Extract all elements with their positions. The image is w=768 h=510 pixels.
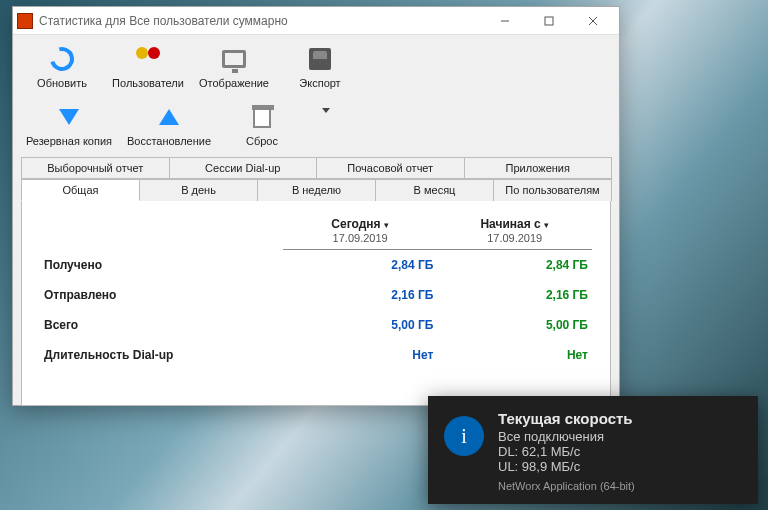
col-today-header[interactable]: Сегодня ▾ 17.09.2019 <box>283 213 438 250</box>
tabstrip: Выборочный отчет Сессии Dial-up Почасово… <box>13 151 619 406</box>
stats-table: Сегодня ▾ 17.09.2019 Начиная с ▾ 17.09.2… <box>40 213 592 370</box>
arrow-down-icon <box>59 109 79 125</box>
svg-rect-1 <box>545 17 553 25</box>
notification-toast[interactable]: i Текущая скорость Все подключения DL: 6… <box>428 396 758 504</box>
notification-ul: UL: 98,9 МБ/с <box>498 459 635 474</box>
backup-label: Резервная копия <box>26 135 112 147</box>
display-label: Отображение <box>199 77 269 89</box>
users-label: Пользователи <box>112 77 184 89</box>
export-button[interactable]: Экспорт <box>277 39 363 93</box>
row-received-since: 2,84 ГБ <box>437 250 592 281</box>
arrow-up-icon <box>159 109 179 125</box>
window-title: Статистика для Все пользователи суммарно <box>39 14 483 28</box>
tab-general[interactable]: Общая <box>21 179 140 201</box>
restore-label: Восстановление <box>127 135 211 147</box>
row-sent-label: Отправлено <box>40 280 283 310</box>
display-icon <box>222 50 246 68</box>
tab-hourly-report[interactable]: Почасовой отчет <box>316 157 465 179</box>
toolbar-dropdown[interactable] <box>305 97 347 151</box>
tab-per-day[interactable]: В день <box>139 179 258 201</box>
document-icon <box>253 106 271 128</box>
tab-per-week[interactable]: В неделю <box>257 179 376 201</box>
row-received-label: Получено <box>40 250 283 281</box>
row-total: Всего 5,00 ГБ 5,00 ГБ <box>40 310 592 340</box>
users-button[interactable]: Пользователи <box>105 39 191 93</box>
maximize-button[interactable] <box>527 7 571 35</box>
row-dialup-since: Нет <box>437 340 592 370</box>
toolbar-row-1: Обновить Пользователи Отображение Экспор… <box>13 35 619 93</box>
export-label: Экспорт <box>299 77 340 89</box>
save-icon <box>309 48 331 70</box>
notification-sub: Все подключения <box>498 429 635 444</box>
restore-button[interactable]: Восстановление <box>119 97 219 151</box>
info-icon: i <box>444 416 484 456</box>
minimize-button[interactable] <box>483 7 527 35</box>
col-since-header[interactable]: Начиная с ▾ 17.09.2019 <box>437 213 592 250</box>
tab-per-user[interactable]: По пользователям <box>493 179 612 201</box>
app-icon <box>17 13 33 29</box>
row-sent: Отправлено 2,16 ГБ 2,16 ГБ <box>40 280 592 310</box>
notification-dl: DL: 62,1 МБ/с <box>498 444 635 459</box>
tab-dialup-sessions[interactable]: Сессии Dial-up <box>169 157 318 179</box>
row-received-today: 2,84 ГБ <box>283 250 438 281</box>
col-since-date: 17.09.2019 <box>487 232 542 244</box>
chevron-down-icon <box>322 108 330 113</box>
toolbar-row-2: Резервная копия Восстановление Сброс <box>13 93 619 151</box>
notification-body: Текущая скорость Все подключения DL: 62,… <box>498 410 635 492</box>
row-sent-today: 2,16 ГБ <box>283 280 438 310</box>
refresh-button[interactable]: Обновить <box>19 39 105 93</box>
refresh-label: Обновить <box>37 77 87 89</box>
stats-window: Статистика для Все пользователи суммарно… <box>12 6 620 406</box>
reset-label: Сброс <box>246 135 278 147</box>
row-sent-since: 2,16 ГБ <box>437 280 592 310</box>
display-button[interactable]: Отображение <box>191 39 277 93</box>
row-dialup-today: Нет <box>283 340 438 370</box>
tab-applications[interactable]: Приложения <box>464 157 613 179</box>
tabrow-lower: Общая В день В неделю В месяц По пользов… <box>21 179 611 201</box>
col-today-title: Сегодня <box>331 217 380 231</box>
stats-panel: Сегодня ▾ 17.09.2019 Начиная с ▾ 17.09.2… <box>21 200 611 406</box>
row-total-since: 5,00 ГБ <box>437 310 592 340</box>
close-button[interactable] <box>571 7 615 35</box>
users-icon <box>134 47 162 71</box>
refresh-icon <box>46 43 79 76</box>
notification-title: Текущая скорость <box>498 410 635 427</box>
notification-app: NetWorx Application (64-bit) <box>498 480 635 492</box>
col-today-date: 17.09.2019 <box>333 232 388 244</box>
row-total-today: 5,00 ГБ <box>283 310 438 340</box>
row-dialup: Длительность Dial-up Нет Нет <box>40 340 592 370</box>
col-since-title: Начиная с <box>480 217 540 231</box>
tab-custom-report[interactable]: Выборочный отчет <box>21 157 170 179</box>
row-total-label: Всего <box>40 310 283 340</box>
tab-per-month[interactable]: В месяц <box>375 179 494 201</box>
titlebar[interactable]: Статистика для Все пользователи суммарно <box>13 7 619 35</box>
backup-button[interactable]: Резервная копия <box>19 97 119 151</box>
tabrow-upper: Выборочный отчет Сессии Dial-up Почасово… <box>21 157 611 179</box>
row-received: Получено 2,84 ГБ 2,84 ГБ <box>40 250 592 281</box>
reset-button[interactable]: Сброс <box>219 97 305 151</box>
row-dialup-label: Длительность Dial-up <box>40 340 283 370</box>
